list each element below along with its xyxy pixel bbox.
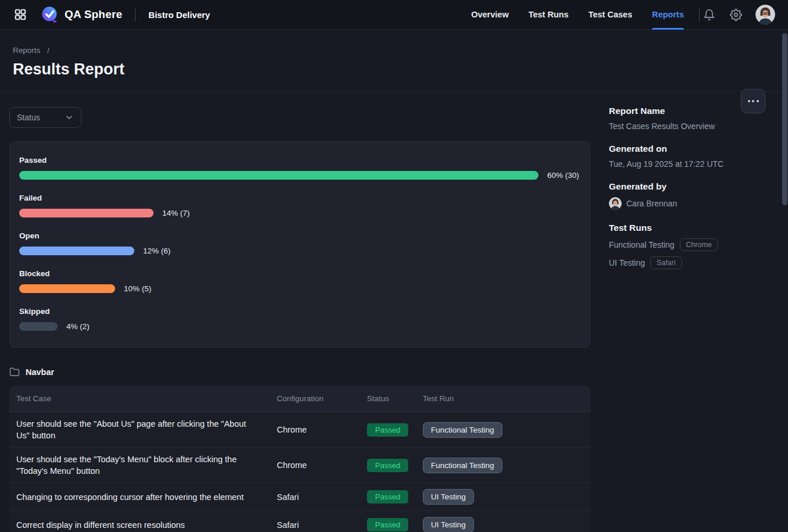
- configuration-value: Chrome: [277, 460, 367, 470]
- folder-icon: [9, 367, 20, 377]
- sidebar-test-run: UI TestingSafari: [609, 256, 779, 269]
- test-case-title[interactable]: Correct display in different screen reso…: [16, 519, 277, 531]
- bar-group-blocked: Blocked10% (5): [19, 269, 580, 293]
- folder-name: Navbar: [26, 367, 54, 377]
- configuration-value: Chrome: [277, 425, 367, 434]
- bar-skipped: [19, 322, 58, 331]
- status-cell: Passed: [367, 423, 423, 437]
- bar-label: Failed: [19, 194, 580, 202]
- bar-row: 14% (7): [19, 209, 580, 217]
- bar-passed: [19, 171, 539, 180]
- bar-label: Blocked: [19, 269, 580, 278]
- table-row: User should see the "Today's Menu" block…: [9, 448, 590, 483]
- status-badge: Passed: [367, 490, 408, 504]
- breadcrumb-separator: /: [47, 46, 49, 55]
- report-info-sidebar: Report Name Test Cases Results Overview …: [609, 92, 779, 282]
- bar-row: 10% (5): [19, 284, 580, 293]
- report-name-value: Test Cases Results Overview: [609, 122, 779, 131]
- status-cell: Passed: [367, 490, 423, 504]
- bar-group-skipped: Skipped4% (2): [19, 307, 580, 331]
- test-run-cell: UI Testing: [423, 489, 583, 505]
- page-header: Reports / Results Report: [0, 30, 788, 92]
- status-cell: Passed: [367, 518, 423, 531]
- sidebar-test-run: Functional TestingChrome: [609, 238, 779, 251]
- test-run-button[interactable]: Functional Testing: [423, 422, 502, 438]
- nav-links: OverviewTest RunsTest CasesReports: [471, 0, 684, 30]
- bar-label: Passed: [19, 156, 580, 165]
- test-run-cell: UI Testing: [423, 517, 583, 532]
- bar-value: 60% (30): [547, 171, 579, 180]
- scrollbar[interactable]: [782, 33, 787, 205]
- test-case-title[interactable]: User should see the "About Us" page afte…: [16, 418, 277, 441]
- ellipsis-icon: [748, 100, 750, 102]
- test-run-cell: Functional Testing: [423, 422, 583, 438]
- nav-divider: [699, 8, 700, 22]
- bar-value: 10% (5): [124, 284, 151, 293]
- more-actions-button[interactable]: [741, 89, 765, 113]
- test-run-cell: Functional Testing: [423, 458, 583, 473]
- chevron-down-icon: [65, 113, 74, 122]
- table-row: User should see the "About Us" page afte…: [9, 412, 590, 448]
- nav-divider: [135, 8, 136, 22]
- test-run-button[interactable]: Functional Testing: [423, 458, 502, 473]
- configuration-chip: Chrome: [680, 238, 718, 251]
- bar-row: 4% (2): [19, 322, 580, 331]
- test-case-title[interactable]: User should see the "Today's Menu" block…: [16, 454, 277, 477]
- nav-link-overview[interactable]: Overview: [471, 0, 509, 30]
- generated-by-avatar: [609, 197, 622, 210]
- status-badge: Passed: [367, 423, 408, 437]
- page-title: Results Report: [13, 60, 775, 78]
- column-header-test-run: Test Run: [423, 394, 583, 403]
- test-run-button[interactable]: UI Testing: [423, 517, 474, 532]
- test-run-name: Functional Testing: [609, 240, 675, 249]
- table-header-row: Test CaseConfigurationStatusTest Run: [9, 385, 590, 412]
- results-bar-chart: Passed60% (30)Failed14% (7)Open12% (6)Bl…: [9, 141, 590, 348]
- bar-open: [19, 247, 134, 255]
- bar-group-open: Open12% (6): [19, 231, 580, 255]
- breadcrumb: Reports /: [13, 46, 775, 55]
- settings-gear-icon[interactable]: [729, 8, 743, 22]
- notifications-bell-icon[interactable]: [702, 8, 716, 22]
- generated-on-value: Tue, Aug 19 2025 at 17:22 UTC: [609, 159, 779, 169]
- bar-value: 14% (7): [162, 209, 190, 217]
- bar-label: Open: [19, 231, 580, 240]
- status-badge: Passed: [367, 459, 408, 472]
- top-navbar: QA Sphere Bistro Delivery OverviewTest R…: [0, 0, 788, 30]
- column-header-status: Status: [367, 394, 423, 403]
- generated-by-value: Cara Brennan: [626, 199, 677, 208]
- brand-name: QA Sphere: [65, 8, 122, 21]
- table-row: Correct display in different screen reso…: [9, 511, 590, 532]
- bar-row: 12% (6): [19, 247, 580, 255]
- bar-label: Skipped: [19, 307, 580, 316]
- configuration-value: Safari: [277, 492, 367, 502]
- project-name: Bistro Delivery: [148, 10, 210, 20]
- status-cell: Passed: [367, 459, 423, 472]
- user-avatar[interactable]: [755, 5, 775, 24]
- folder-section-header[interactable]: Navbar: [9, 367, 590, 377]
- bar-group-failed: Failed14% (7): [19, 194, 580, 217]
- configuration-value: Safari: [277, 520, 367, 530]
- status-filter-label: Status: [17, 113, 40, 122]
- bar-failed: [19, 209, 154, 217]
- nav-link-test-runs[interactable]: Test Runs: [529, 0, 569, 30]
- test-run-name: UI Testing: [609, 258, 645, 267]
- table-row: Changing to corresponding cursor after h…: [9, 483, 590, 511]
- test-run-button[interactable]: UI Testing: [423, 489, 474, 505]
- generated-by-label: Generated by: [609, 181, 779, 192]
- nav-link-test-cases[interactable]: Test Cases: [589, 0, 633, 30]
- nav-link-reports[interactable]: Reports: [652, 0, 684, 30]
- column-header-configuration: Configuration: [277, 394, 367, 403]
- status-filter-dropdown[interactable]: Status: [9, 107, 81, 128]
- brand-logo[interactable]: QA Sphere: [41, 5, 122, 24]
- test-runs-label: Test Runs: [609, 223, 779, 233]
- generated-on-label: Generated on: [609, 144, 779, 154]
- bar-group-passed: Passed60% (30): [19, 156, 580, 180]
- bar-value: 12% (6): [143, 247, 170, 255]
- status-badge: Passed: [367, 518, 408, 531]
- test-case-title[interactable]: Changing to corresponding cursor after h…: [16, 491, 277, 503]
- configuration-chip: Safari: [650, 256, 682, 269]
- breadcrumb-reports-link[interactable]: Reports: [13, 46, 40, 55]
- bar-row: 60% (30): [19, 171, 580, 180]
- column-header-test-case: Test Case: [16, 394, 277, 403]
- app-launcher-icon[interactable]: [13, 7, 28, 22]
